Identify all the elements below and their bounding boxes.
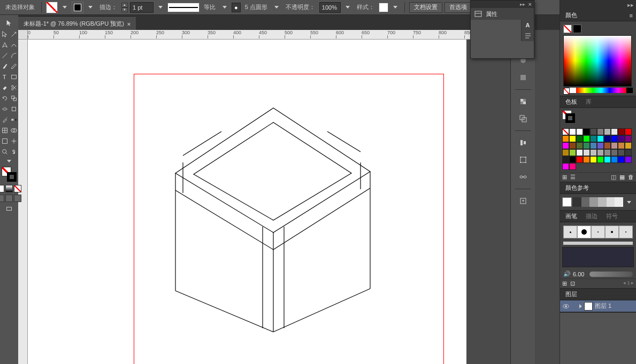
paragraph-icon[interactable] bbox=[524, 32, 532, 41]
rotate-tool[interactable] bbox=[0, 93, 9, 104]
brush-preset-1[interactable] bbox=[563, 226, 577, 238]
swatch-color[interactable] bbox=[618, 142, 625, 149]
swatch-color[interactable] bbox=[604, 149, 611, 156]
fill-color-swatch[interactable] bbox=[46, 2, 58, 13]
swatch-color[interactable] bbox=[597, 156, 604, 163]
transparency-icon[interactable] bbox=[516, 95, 531, 108]
swatch-color[interactable] bbox=[618, 128, 625, 135]
draw-behind-mode[interactable] bbox=[5, 195, 13, 202]
swatch-registration[interactable] bbox=[569, 128, 576, 135]
swatch-color[interactable] bbox=[611, 142, 618, 149]
artboard-tool[interactable] bbox=[0, 136, 9, 146]
swatch-color[interactable] bbox=[562, 156, 569, 163]
swatch-color[interactable] bbox=[590, 128, 597, 135]
expand-layer-icon[interactable] bbox=[579, 304, 582, 308]
free-transform-tool[interactable] bbox=[9, 104, 18, 114]
swatch-color[interactable] bbox=[576, 142, 583, 149]
dash-dropdown[interactable] bbox=[220, 2, 229, 13]
brush-tab[interactable]: 画笔 bbox=[563, 211, 579, 221]
guide-color[interactable] bbox=[573, 197, 581, 207]
swatch-lib-icon[interactable]: ⊞ bbox=[562, 174, 567, 181]
swatch-color[interactable] bbox=[604, 135, 611, 142]
close-tab-icon[interactable]: × bbox=[127, 21, 131, 27]
hand-tool[interactable] bbox=[9, 146, 18, 157]
guide-color[interactable] bbox=[598, 197, 607, 207]
arc-tool[interactable] bbox=[9, 50, 18, 61]
fill-solid-mode[interactable] bbox=[0, 185, 4, 192]
swatch-color[interactable] bbox=[562, 142, 569, 149]
swatch-color[interactable] bbox=[562, 163, 569, 170]
swatch-color[interactable] bbox=[569, 163, 576, 170]
links-icon[interactable] bbox=[516, 171, 531, 183]
magic-wand-tool[interactable] bbox=[9, 29, 18, 40]
stroke-swatch-dropdown[interactable] bbox=[86, 2, 95, 13]
profile-dropdown[interactable] bbox=[272, 2, 281, 13]
stroke-tab2[interactable]: 描边 bbox=[584, 211, 600, 221]
scale-tool[interactable] bbox=[9, 93, 18, 104]
stroke-width-stepper[interactable]: ▴▾ bbox=[121, 3, 128, 12]
align-panel-icon[interactable] bbox=[516, 136, 531, 149]
visibility-icon[interactable] bbox=[562, 303, 570, 310]
char-panel-icon[interactable]: A bbox=[526, 22, 530, 28]
swatch-color[interactable] bbox=[611, 135, 618, 142]
swatches-tab[interactable]: 色板 bbox=[563, 97, 579, 107]
symbol-tab[interactable]: 符号 bbox=[604, 211, 620, 221]
swatch-color[interactable] bbox=[618, 149, 625, 156]
swatch-color[interactable] bbox=[611, 149, 618, 156]
swatch-color[interactable] bbox=[611, 128, 618, 135]
swatch-color[interactable] bbox=[604, 128, 611, 135]
opacity-dropdown[interactable] bbox=[343, 2, 353, 13]
new-group-icon[interactable]: ▦ bbox=[619, 174, 625, 181]
swatch-color[interactable] bbox=[625, 142, 632, 149]
eyedropper-tool[interactable] bbox=[0, 114, 9, 125]
docsetup-button[interactable]: 文档设置 bbox=[409, 2, 442, 13]
guide-strip[interactable] bbox=[573, 197, 623, 207]
swatch-color[interactable] bbox=[576, 135, 583, 142]
brush-preset-4[interactable] bbox=[605, 226, 619, 238]
swatch-color[interactable] bbox=[576, 149, 583, 156]
style-swatch[interactable] bbox=[379, 3, 388, 12]
fill-stroke-indicator[interactable] bbox=[2, 167, 17, 182]
swatch-color[interactable] bbox=[562, 149, 569, 156]
guide-color[interactable] bbox=[581, 197, 590, 207]
swatch-color[interactable] bbox=[625, 149, 632, 156]
collapse-icon[interactable]: ▸▸ bbox=[627, 2, 634, 9]
swatch-menu-icon[interactable]: ☰ bbox=[570, 174, 576, 181]
scissors-tool[interactable] bbox=[9, 82, 18, 93]
swatch-color[interactable] bbox=[569, 142, 576, 149]
swatch-color[interactable] bbox=[597, 149, 604, 156]
guide-color[interactable] bbox=[615, 197, 623, 207]
brush-preset-5[interactable] bbox=[619, 226, 633, 238]
new-swatch-icon[interactable]: ◫ bbox=[611, 174, 616, 181]
swatch-color[interactable] bbox=[611, 156, 618, 163]
fill-mini-swatch[interactable] bbox=[563, 25, 572, 33]
delete-swatch-icon[interactable]: 🗑 bbox=[628, 174, 634, 181]
transform-icon[interactable] bbox=[516, 153, 531, 166]
layer-name[interactable]: 图层 1 bbox=[595, 302, 611, 310]
style-dropdown[interactable] bbox=[390, 2, 400, 13]
draw-normal-mode[interactable] bbox=[0, 195, 4, 202]
guide-base-swatch[interactable] bbox=[562, 197, 572, 207]
direct-select-tool[interactable] bbox=[0, 29, 9, 40]
pen-tool[interactable] bbox=[0, 40, 9, 50]
brush-size-value[interactable]: 6.00 bbox=[573, 271, 584, 277]
ruler-origin[interactable] bbox=[18, 30, 28, 40]
swatch-color[interactable] bbox=[569, 149, 576, 156]
layers-tab[interactable]: 图层 bbox=[563, 289, 579, 299]
swatch-color[interactable] bbox=[569, 135, 576, 142]
graphic-styles-icon[interactable] bbox=[516, 71, 531, 84]
rectangle-tool[interactable] bbox=[9, 72, 18, 82]
swatch-color[interactable] bbox=[576, 156, 583, 163]
brush-lib-icon[interactable]: ⊞ bbox=[562, 280, 567, 287]
width-tool[interactable] bbox=[0, 104, 9, 114]
draw-inside-mode[interactable] bbox=[14, 195, 21, 202]
swatch-color[interactable] bbox=[576, 128, 583, 135]
stroke-width-input[interactable]: 1 pt bbox=[130, 2, 154, 13]
brush-preset-3[interactable] bbox=[591, 226, 605, 238]
screen-mode-button[interactable] bbox=[0, 203, 18, 215]
stroke-width-dropdown[interactable] bbox=[156, 2, 165, 13]
popup-close-icon[interactable]: × bbox=[528, 1, 532, 7]
swatch-color[interactable] bbox=[583, 135, 590, 142]
swatch-color[interactable] bbox=[590, 135, 597, 142]
guide-dropdown[interactable] bbox=[624, 196, 634, 208]
